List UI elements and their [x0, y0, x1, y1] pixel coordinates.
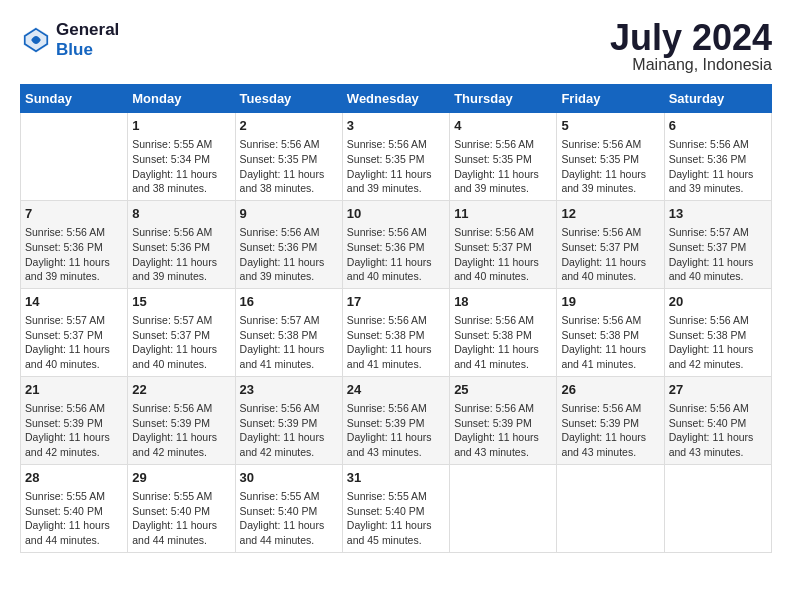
- day-number: 8: [132, 205, 230, 223]
- logo-text: General Blue: [56, 20, 119, 60]
- day-cell: 30Sunrise: 5:55 AM Sunset: 5:40 PM Dayli…: [235, 464, 342, 552]
- day-cell: 5Sunrise: 5:56 AM Sunset: 5:35 PM Daylig…: [557, 113, 664, 201]
- col-header-wednesday: Wednesday: [342, 85, 449, 113]
- day-number: 15: [132, 293, 230, 311]
- day-number: 1: [132, 117, 230, 135]
- day-cell: 7Sunrise: 5:56 AM Sunset: 5:36 PM Daylig…: [21, 200, 128, 288]
- day-cell: 4Sunrise: 5:56 AM Sunset: 5:35 PM Daylig…: [450, 113, 557, 201]
- day-cell: 25Sunrise: 5:56 AM Sunset: 5:39 PM Dayli…: [450, 376, 557, 464]
- day-info: Sunrise: 5:55 AM Sunset: 5:40 PM Dayligh…: [240, 489, 338, 548]
- day-cell: 16Sunrise: 5:57 AM Sunset: 5:38 PM Dayli…: [235, 288, 342, 376]
- day-info: Sunrise: 5:56 AM Sunset: 5:39 PM Dayligh…: [240, 401, 338, 460]
- day-cell: [450, 464, 557, 552]
- day-info: Sunrise: 5:56 AM Sunset: 5:36 PM Dayligh…: [240, 225, 338, 284]
- day-number: 23: [240, 381, 338, 399]
- day-info: Sunrise: 5:56 AM Sunset: 5:39 PM Dayligh…: [132, 401, 230, 460]
- day-cell: [21, 113, 128, 201]
- col-header-thursday: Thursday: [450, 85, 557, 113]
- day-number: 3: [347, 117, 445, 135]
- day-info: Sunrise: 5:56 AM Sunset: 5:37 PM Dayligh…: [561, 225, 659, 284]
- day-info: Sunrise: 5:56 AM Sunset: 5:36 PM Dayligh…: [347, 225, 445, 284]
- week-row-4: 21Sunrise: 5:56 AM Sunset: 5:39 PM Dayli…: [21, 376, 772, 464]
- day-number: 6: [669, 117, 767, 135]
- calendar-header: SundayMondayTuesdayWednesdayThursdayFrid…: [21, 85, 772, 113]
- day-info: Sunrise: 5:56 AM Sunset: 5:38 PM Dayligh…: [669, 313, 767, 372]
- day-cell: 28Sunrise: 5:55 AM Sunset: 5:40 PM Dayli…: [21, 464, 128, 552]
- day-cell: 23Sunrise: 5:56 AM Sunset: 5:39 PM Dayli…: [235, 376, 342, 464]
- day-number: 14: [25, 293, 123, 311]
- day-number: 30: [240, 469, 338, 487]
- day-info: Sunrise: 5:55 AM Sunset: 5:40 PM Dayligh…: [132, 489, 230, 548]
- day-cell: 1Sunrise: 5:55 AM Sunset: 5:34 PM Daylig…: [128, 113, 235, 201]
- day-cell: 8Sunrise: 5:56 AM Sunset: 5:36 PM Daylig…: [128, 200, 235, 288]
- day-cell: 22Sunrise: 5:56 AM Sunset: 5:39 PM Dayli…: [128, 376, 235, 464]
- day-number: 7: [25, 205, 123, 223]
- week-row-1: 1Sunrise: 5:55 AM Sunset: 5:34 PM Daylig…: [21, 113, 772, 201]
- day-info: Sunrise: 5:56 AM Sunset: 5:39 PM Dayligh…: [347, 401, 445, 460]
- day-info: Sunrise: 5:56 AM Sunset: 5:36 PM Dayligh…: [132, 225, 230, 284]
- day-number: 26: [561, 381, 659, 399]
- day-cell: 13Sunrise: 5:57 AM Sunset: 5:37 PM Dayli…: [664, 200, 771, 288]
- title-block: July 2024 Mainang, Indonesia: [610, 20, 772, 74]
- week-row-3: 14Sunrise: 5:57 AM Sunset: 5:37 PM Dayli…: [21, 288, 772, 376]
- day-number: 24: [347, 381, 445, 399]
- day-cell: 10Sunrise: 5:56 AM Sunset: 5:36 PM Dayli…: [342, 200, 449, 288]
- day-info: Sunrise: 5:56 AM Sunset: 5:39 PM Dayligh…: [561, 401, 659, 460]
- day-number: 18: [454, 293, 552, 311]
- day-number: 13: [669, 205, 767, 223]
- logo-icon: [20, 24, 52, 56]
- day-number: 17: [347, 293, 445, 311]
- day-cell: 18Sunrise: 5:56 AM Sunset: 5:38 PM Dayli…: [450, 288, 557, 376]
- day-info: Sunrise: 5:55 AM Sunset: 5:34 PM Dayligh…: [132, 137, 230, 196]
- day-cell: 24Sunrise: 5:56 AM Sunset: 5:39 PM Dayli…: [342, 376, 449, 464]
- day-info: Sunrise: 5:56 AM Sunset: 5:40 PM Dayligh…: [669, 401, 767, 460]
- day-cell: 26Sunrise: 5:56 AM Sunset: 5:39 PM Dayli…: [557, 376, 664, 464]
- day-number: 31: [347, 469, 445, 487]
- col-header-sunday: Sunday: [21, 85, 128, 113]
- day-cell: 29Sunrise: 5:55 AM Sunset: 5:40 PM Dayli…: [128, 464, 235, 552]
- day-cell: 11Sunrise: 5:56 AM Sunset: 5:37 PM Dayli…: [450, 200, 557, 288]
- day-number: 5: [561, 117, 659, 135]
- day-number: 4: [454, 117, 552, 135]
- day-info: Sunrise: 5:56 AM Sunset: 5:35 PM Dayligh…: [347, 137, 445, 196]
- day-info: Sunrise: 5:56 AM Sunset: 5:39 PM Dayligh…: [454, 401, 552, 460]
- day-number: 16: [240, 293, 338, 311]
- day-number: 19: [561, 293, 659, 311]
- day-cell: 27Sunrise: 5:56 AM Sunset: 5:40 PM Dayli…: [664, 376, 771, 464]
- day-info: Sunrise: 5:55 AM Sunset: 5:40 PM Dayligh…: [25, 489, 123, 548]
- day-cell: 15Sunrise: 5:57 AM Sunset: 5:37 PM Dayli…: [128, 288, 235, 376]
- day-cell: 21Sunrise: 5:56 AM Sunset: 5:39 PM Dayli…: [21, 376, 128, 464]
- day-number: 2: [240, 117, 338, 135]
- week-row-5: 28Sunrise: 5:55 AM Sunset: 5:40 PM Dayli…: [21, 464, 772, 552]
- day-info: Sunrise: 5:57 AM Sunset: 5:37 PM Dayligh…: [669, 225, 767, 284]
- col-header-friday: Friday: [557, 85, 664, 113]
- page-header: General Blue July 2024 Mainang, Indonesi…: [20, 20, 772, 74]
- col-header-monday: Monday: [128, 85, 235, 113]
- day-info: Sunrise: 5:57 AM Sunset: 5:38 PM Dayligh…: [240, 313, 338, 372]
- day-info: Sunrise: 5:56 AM Sunset: 5:35 PM Dayligh…: [561, 137, 659, 196]
- day-cell: 3Sunrise: 5:56 AM Sunset: 5:35 PM Daylig…: [342, 113, 449, 201]
- day-info: Sunrise: 5:56 AM Sunset: 5:38 PM Dayligh…: [561, 313, 659, 372]
- day-number: 11: [454, 205, 552, 223]
- day-info: Sunrise: 5:56 AM Sunset: 5:36 PM Dayligh…: [669, 137, 767, 196]
- day-number: 9: [240, 205, 338, 223]
- day-cell: 19Sunrise: 5:56 AM Sunset: 5:38 PM Dayli…: [557, 288, 664, 376]
- day-number: 10: [347, 205, 445, 223]
- logo: General Blue: [20, 20, 119, 60]
- day-cell: 17Sunrise: 5:56 AM Sunset: 5:38 PM Dayli…: [342, 288, 449, 376]
- day-cell: 2Sunrise: 5:56 AM Sunset: 5:35 PM Daylig…: [235, 113, 342, 201]
- day-number: 22: [132, 381, 230, 399]
- day-info: Sunrise: 5:57 AM Sunset: 5:37 PM Dayligh…: [25, 313, 123, 372]
- day-info: Sunrise: 5:56 AM Sunset: 5:37 PM Dayligh…: [454, 225, 552, 284]
- day-info: Sunrise: 5:57 AM Sunset: 5:37 PM Dayligh…: [132, 313, 230, 372]
- day-info: Sunrise: 5:56 AM Sunset: 5:35 PM Dayligh…: [454, 137, 552, 196]
- day-cell: [664, 464, 771, 552]
- day-cell: [557, 464, 664, 552]
- col-header-saturday: Saturday: [664, 85, 771, 113]
- day-info: Sunrise: 5:56 AM Sunset: 5:35 PM Dayligh…: [240, 137, 338, 196]
- day-cell: 31Sunrise: 5:55 AM Sunset: 5:40 PM Dayli…: [342, 464, 449, 552]
- day-cell: 14Sunrise: 5:57 AM Sunset: 5:37 PM Dayli…: [21, 288, 128, 376]
- day-number: 12: [561, 205, 659, 223]
- day-info: Sunrise: 5:55 AM Sunset: 5:40 PM Dayligh…: [347, 489, 445, 548]
- day-cell: 20Sunrise: 5:56 AM Sunset: 5:38 PM Dayli…: [664, 288, 771, 376]
